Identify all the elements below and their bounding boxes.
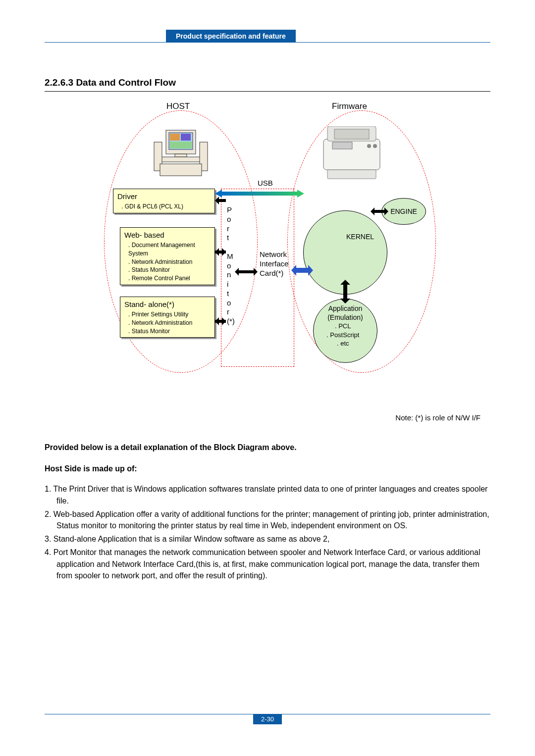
web-arrow bbox=[215, 248, 226, 256]
standalone-header: Stand- alone(*) bbox=[124, 299, 211, 309]
web-box: Web- based . Document Management System … bbox=[120, 227, 215, 285]
usb-label: USB bbox=[258, 179, 273, 187]
svg-marker-26 bbox=[340, 280, 350, 303]
engine-label: ENGINE bbox=[390, 207, 417, 215]
standalone-arrow bbox=[215, 317, 226, 325]
standalone-item-0: . Printer Settings Utility bbox=[124, 310, 211, 319]
svg-rect-9 bbox=[160, 164, 202, 176]
web-item-1: . Network Administration bbox=[124, 258, 211, 266]
page-number: 2-30 bbox=[253, 714, 282, 724]
standalone-box: Stand- alone(*) . Printer Settings Utili… bbox=[120, 297, 215, 338]
header-bar: Product specification and feature bbox=[45, 30, 490, 43]
host-side-list: 1. The Print Driver that is Windows appl… bbox=[45, 483, 490, 581]
note-line: Note: (*) is role of N/W I/F bbox=[45, 413, 490, 422]
header-tab: Product specification and feature bbox=[166, 30, 296, 43]
web-item-0: . Document Management System bbox=[124, 241, 211, 258]
driver-item-0: . GDI & PCL6 (PCL XL) bbox=[117, 202, 211, 211]
app-item-1: . PostScript bbox=[326, 331, 359, 340]
web-item-2: . Status Monitor bbox=[124, 266, 211, 274]
list-item: 1. The Print Driver that is Windows appl… bbox=[45, 483, 490, 506]
svg-point-15 bbox=[367, 144, 371, 148]
block-diagram: HOST Firmware Dri bbox=[94, 101, 441, 399]
list-item: 2. Web-based Application offer a varity … bbox=[45, 508, 490, 531]
svg-rect-3 bbox=[181, 134, 191, 141]
web-item-3: . Remote Control Panel bbox=[124, 274, 211, 283]
kernel-engine-arrow bbox=[371, 207, 388, 215]
svg-rect-14 bbox=[332, 142, 352, 149]
list-item: 4. Port Monitor that manages the network… bbox=[45, 547, 490, 581]
svg-rect-4 bbox=[170, 142, 192, 149]
svg-point-16 bbox=[373, 144, 377, 148]
svg-marker-23 bbox=[235, 268, 258, 276]
section-title: 2.2.6.3 Data and Control Flow bbox=[45, 77, 490, 92]
usb-arrow bbox=[215, 189, 304, 199]
svg-marker-18 bbox=[215, 197, 226, 204]
web-header: Web- based bbox=[124, 230, 211, 240]
list-item: 3. Stand-alone Application that is a sim… bbox=[45, 533, 490, 545]
svg-marker-17 bbox=[215, 190, 304, 198]
svg-marker-25 bbox=[371, 207, 388, 215]
nic-kernel-arrow bbox=[291, 265, 313, 276]
application-title: Application (Emulation) bbox=[314, 304, 377, 322]
app-item-2: . etc bbox=[326, 339, 359, 348]
firmware-group-label: Firmware bbox=[332, 101, 367, 111]
port-monitor-label: P o r t M o n i t o r (*) bbox=[227, 205, 235, 326]
driver-box: Driver . GDI & PCL6 (PCL XL) bbox=[113, 189, 215, 213]
host-side-heading: Host Side is made up of: bbox=[45, 463, 490, 474]
application-ellipse: Application (Emulation) . PCL . PostScri… bbox=[313, 299, 377, 363]
svg-marker-20 bbox=[215, 248, 226, 256]
svg-marker-24 bbox=[291, 265, 313, 276]
svg-rect-2 bbox=[170, 134, 180, 141]
svg-rect-12 bbox=[334, 129, 369, 139]
body-text: Provided below is a detail explanation o… bbox=[45, 442, 490, 581]
printer-icon bbox=[315, 126, 389, 183]
computer-icon bbox=[151, 126, 211, 181]
standalone-item-1: . Network Administration bbox=[124, 319, 211, 327]
svg-rect-6 bbox=[160, 157, 202, 162]
portmon-nic-arrow bbox=[235, 268, 258, 276]
svg-rect-13 bbox=[327, 170, 376, 179]
host-group-label: HOST bbox=[166, 101, 190, 111]
kernel-label: KERNEL bbox=[317, 233, 374, 272]
footer-bar: 2-30 bbox=[45, 714, 490, 724]
kernel-app-arrow bbox=[340, 280, 350, 303]
explanation-heading: Provided below is a detail explanation o… bbox=[45, 442, 490, 453]
driver-header: Driver bbox=[117, 191, 211, 202]
app-item-0: . PCL bbox=[326, 322, 359, 331]
standalone-item-2: . Status Monitor bbox=[124, 327, 211, 336]
svg-rect-5 bbox=[175, 154, 187, 157]
svg-marker-22 bbox=[215, 317, 226, 325]
driver-arrow bbox=[215, 197, 226, 204]
